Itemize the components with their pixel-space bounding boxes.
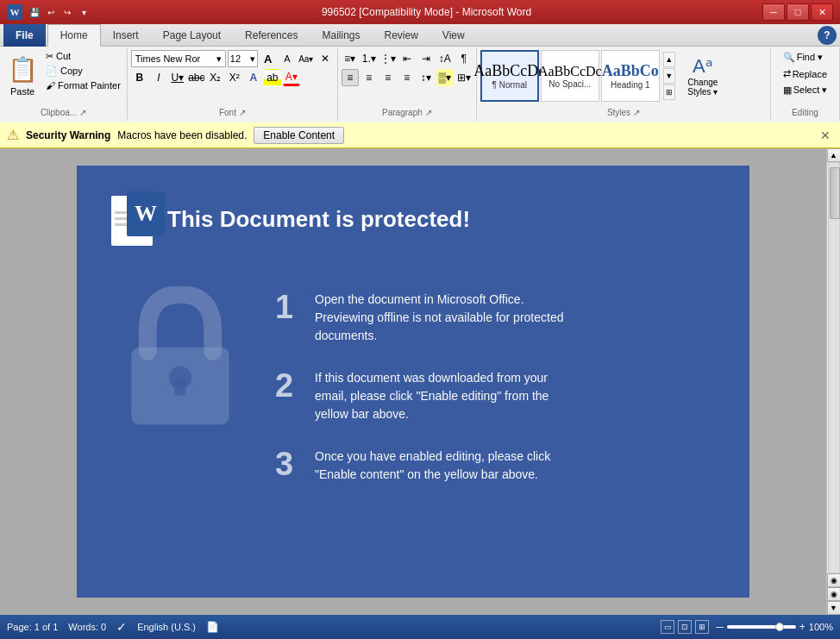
find-button[interactable]: 🔍 Find ▾ <box>780 50 826 65</box>
font-name-select[interactable]: Times New Ror ▾ <box>131 50 226 67</box>
style-no-spacing-label: No Spaci... <box>549 79 591 89</box>
scroll-thumb[interactable] <box>830 167 840 219</box>
step-2-text: If this document was downloaded from you… <box>315 369 549 423</box>
window-title: 996502 [Compatibility Mode] - Microsoft … <box>91 6 762 18</box>
zoom-in-icon[interactable]: + <box>799 621 806 633</box>
sort-button[interactable]: ↕A <box>436 50 454 67</box>
security-bar: ⚠ Security Warning Macros have been disa… <box>0 122 840 148</box>
clear-format-button[interactable]: ✕ <box>317 50 334 67</box>
increase-indent-button[interactable]: ⇥ <box>417 50 435 67</box>
tab-page-layout[interactable]: Page Layout <box>151 24 233 47</box>
show-hide-button[interactable]: ¶ <box>455 50 473 67</box>
tab-mailings[interactable]: Mailings <box>310 24 372 47</box>
strikethrough-button[interactable]: abc <box>188 69 205 86</box>
tab-insert[interactable]: Insert <box>101 24 151 47</box>
scroll-track[interactable] <box>828 162 840 573</box>
print-layout-view[interactable]: ▭ <box>661 620 674 634</box>
styles-label: Styles ↗ <box>607 108 640 119</box>
web-layout-view[interactable]: ⊞ <box>695 620 709 634</box>
numbering-button[interactable]: 1.▾ <box>360 50 378 67</box>
shading-button[interactable]: ▒▾ <box>436 69 454 86</box>
align-right-button[interactable]: ≡ <box>379 69 397 86</box>
full-screen-view[interactable]: ⊡ <box>678 620 692 634</box>
zoom-out-icon[interactable]: ─ <box>716 621 724 633</box>
text-highlight-button[interactable]: ab <box>264 69 281 86</box>
decrease-indent-button[interactable]: ⇤ <box>398 50 416 67</box>
replace-button[interactable]: ⇄ Replace <box>780 66 831 81</box>
style-no-spacing-box[interactable]: AaBbCcDc No Spaci... <box>541 50 599 102</box>
editing-group: 🔍 Find ▾ ⇄ Replace ▦ Select ▾ Editing <box>771 48 840 121</box>
styles-scroll-up[interactable]: ▲ <box>663 52 675 67</box>
cut-button[interactable]: ✂ Cut <box>43 50 123 63</box>
subscript-button[interactable]: X₂ <box>207 69 224 86</box>
style-heading1-box[interactable]: AaBbCo Heading 1 <box>601 50 660 102</box>
font-grow-button[interactable]: A <box>260 50 277 67</box>
bold-button[interactable]: B <box>131 69 148 86</box>
font-size-value: 12 <box>230 53 241 64</box>
document-container[interactable]: W This Document is protected! <box>0 148 826 615</box>
language-status[interactable]: English (U.S.) <box>137 622 196 632</box>
help-button[interactable]: ? <box>818 26 837 45</box>
justify-button[interactable]: ≡ <box>398 69 416 86</box>
italic-button[interactable]: I <box>150 69 167 86</box>
format-painter-button[interactable]: 🖌 Format Painter <box>43 79 123 91</box>
tab-references[interactable]: References <box>233 24 310 47</box>
enable-content-button[interactable]: Enable Content <box>254 127 344 144</box>
tab-review[interactable]: Review <box>372 24 429 47</box>
minimize-button[interactable]: ─ <box>762 3 785 21</box>
step-2-number: 2 <box>275 369 301 402</box>
select-button[interactable]: ▦ Select ▾ <box>780 83 831 97</box>
font-size-select[interactable]: 12 ▾ <box>228 50 258 67</box>
redo-icon[interactable]: ↪ <box>60 5 74 19</box>
font-name-value: Times New Ror <box>135 53 200 64</box>
bullets-button[interactable]: ≡▾ <box>342 50 359 67</box>
customize-icon[interactable]: ▾ <box>77 5 91 19</box>
font-shrink-button[interactable]: A <box>279 50 296 67</box>
change-case-button[interactable]: Aa▾ <box>298 50 315 67</box>
border-button[interactable]: ⊞▾ <box>455 69 473 86</box>
tab-home[interactable]: Home <box>47 24 101 47</box>
undo-icon[interactable]: ↩ <box>44 5 58 19</box>
step-2: 2 If this document was downloaded from y… <box>275 369 715 423</box>
restore-button[interactable]: □ <box>787 3 809 21</box>
paste-button[interactable]: 📋 Paste <box>3 50 41 98</box>
spell-check-icon[interactable]: ✓ <box>116 620 127 634</box>
zoom-slider[interactable] <box>727 625 796 629</box>
style-normal-box[interactable]: AaBbCcDc ¶ Normal <box>480 50 539 102</box>
replace-icon: ⇄ <box>783 68 791 79</box>
text-effects-button[interactable]: A <box>245 69 262 86</box>
underline-button[interactable]: U▾ <box>169 69 186 86</box>
title-bar: W 💾 ↩ ↪ ▾ 996502 [Compatibility Mode] - … <box>0 0 840 24</box>
step-3-number: 3 <box>275 448 301 480</box>
scroll-bottom-buttons: ◉ ◉ ▼ <box>827 573 841 615</box>
save-icon[interactable]: 💾 <box>28 5 41 19</box>
para-row1: ≡▾ 1.▾ ⋮▾ ⇤ ⇥ ↕A ¶ <box>342 50 473 67</box>
security-warning-icon: ⚠ <box>7 127 19 143</box>
next-page-button[interactable]: ◉ <box>827 587 841 601</box>
styles-expand[interactable]: ⊞ <box>663 85 675 100</box>
superscript-button[interactable]: X² <box>226 69 243 86</box>
select-label: Select ▾ <box>793 85 828 96</box>
security-close-button[interactable]: ✕ <box>818 128 833 143</box>
align-center-button[interactable]: ≡ <box>360 69 378 86</box>
words-status: Words: 0 <box>68 622 106 632</box>
font-color-button[interactable]: A▾ <box>283 69 300 86</box>
tab-file[interactable]: File <box>3 24 46 47</box>
styles-scroll-down[interactable]: ▼ <box>663 68 675 84</box>
prev-page-button[interactable]: ◉ <box>827 573 841 587</box>
scroll-down-button[interactable]: ▼ <box>827 601 841 615</box>
multilevel-button[interactable]: ⋮▾ <box>379 50 397 67</box>
find-label: Find ▾ <box>797 52 823 63</box>
scroll-up-button[interactable]: ▲ <box>827 148 841 162</box>
copy-button[interactable]: 📄 Copy <box>43 65 123 78</box>
zoom-level[interactable]: 100% <box>809 622 833 632</box>
align-left-button[interactable]: ≡ <box>342 69 359 86</box>
font-size-dropdown-icon: ▾ <box>250 53 255 65</box>
word-logo: W <box>111 191 167 247</box>
zoom-handle[interactable] <box>775 623 784 631</box>
tab-view[interactable]: View <box>430 24 477 47</box>
change-styles-button[interactable]: Aᵃ ChangeStyles ▾ <box>677 52 729 100</box>
para-row2: ≡ ≡ ≡ ≡ ↕▾ ▒▾ ⊞▾ <box>342 69 473 86</box>
close-button[interactable]: ✕ <box>811 3 833 21</box>
line-spacing-button[interactable]: ↕▾ <box>417 69 435 86</box>
